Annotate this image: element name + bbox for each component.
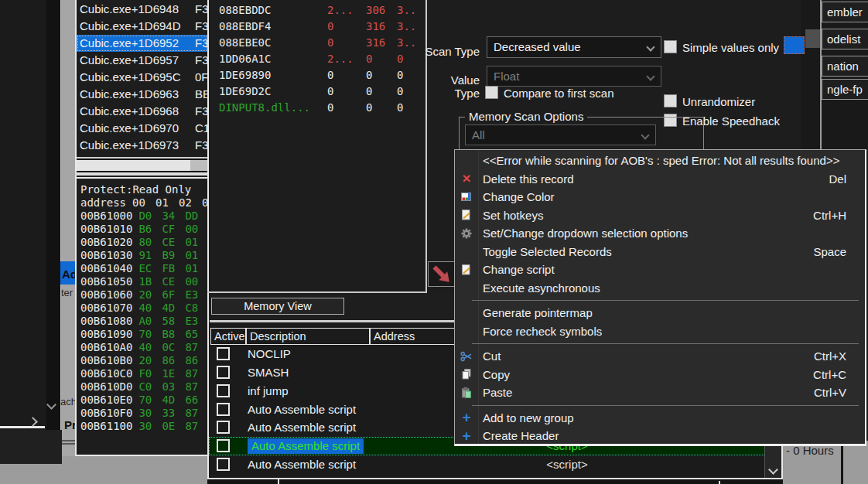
menu-item-dropdown-options[interactable]: Set/Change dropdown selection options	[455, 224, 865, 243]
menu-separator	[455, 340, 865, 347]
clipped-button-codelist[interactable]: odelist	[822, 29, 868, 49]
disassembly-row[interactable]: Cubic.exe+1D6963BE	[77, 86, 207, 103]
simple-values-checkbox[interactable]	[664, 40, 677, 53]
hex-row[interactable]: 00B6106020 6F E3 7	[80, 288, 209, 301]
unrandomizer-label: Unrandomizer	[682, 95, 755, 108]
clipped-label-ach: ach	[60, 396, 77, 407]
cheat-table-row[interactable]: Auto Assemble script<script>	[209, 455, 781, 474]
disassembly-row-selected[interactable]: Cubic.exe+1D6952F3	[77, 35, 207, 52]
compare-first-scan-checkbox[interactable]	[485, 86, 498, 99]
found-row[interactable]: 1DD06A1C2...00	[209, 51, 425, 67]
clipped-button-assembler[interactable]: embler	[822, 2, 868, 22]
found-row[interactable]: 1DE69D2C000	[209, 84, 425, 100]
menu-item-change-color[interactable]: Change Color	[455, 188, 865, 206]
hex-row[interactable]: 00B610D0C0 03 87 7	[80, 380, 209, 393]
disassembly-row[interactable]: Cubic.exe+1D6968F3	[77, 103, 207, 120]
chevron-down-icon	[646, 43, 654, 51]
paste-icon	[460, 387, 473, 399]
hex-row[interactable]: 00B61010B6 CF 00 1	[80, 223, 209, 235]
menu-item-execute-async[interactable]: Execute asynchronous	[455, 279, 865, 298]
menu-item-set-hotkeys[interactable]: Set hotkeys Ctrl+H	[455, 206, 865, 225]
edit-document-icon	[460, 209, 473, 221]
scan-type-dropdown[interactable]: Decreased value	[487, 36, 661, 58]
scissors-icon	[460, 350, 473, 363]
divider	[278, 479, 279, 484]
divider	[719, 481, 720, 484]
hex-row[interactable]: 00B610B020 86 86 7	[80, 354, 209, 366]
active-checkbox[interactable]	[217, 384, 230, 397]
hex-protect-line: Protect:Read Only	[80, 183, 191, 196]
hex-row[interactable]: 00B6109070 B8 65 7	[80, 328, 209, 340]
hex-row[interactable]: 00B61080A0 58 E3 7	[80, 315, 209, 327]
column-header-description[interactable]: Description	[246, 328, 370, 345]
disassembly-list: Cubic.exe+1D6948F3 Cubic.exe+1D694DF3 Cu…	[77, 0, 207, 157]
left-panel-bottom-border	[0, 426, 45, 428]
hex-row[interactable]: 00B61000D0 34 DD 7	[80, 210, 209, 222]
hex-header-line: address00 01 02 0	[80, 196, 208, 209]
hex-row[interactable]: 00B6103091 B9 01 1	[80, 249, 209, 261]
found-row[interactable]: 088EBE0C03163..	[209, 35, 425, 51]
active-checkbox[interactable]	[217, 439, 230, 452]
active-checkbox[interactable]	[217, 366, 230, 379]
clipped-button-single-fp[interactable]: ngle-fp	[822, 79, 868, 100]
gear-icon	[460, 227, 473, 240]
found-address-list: 088EBDDC2...3063.. 088EBDF403163.. 088EB…	[209, 0, 425, 291]
found-row[interactable]: 1DE69890000	[209, 67, 425, 84]
disassembly-row[interactable]: Cubic.exe+1D6973F3	[77, 137, 207, 154]
value-type-dropdown[interactable]: Float	[487, 66, 661, 87]
add-address-arrow-button[interactable]	[428, 261, 455, 287]
selected-item-fragment	[784, 36, 805, 54]
active-checkbox[interactable]	[217, 458, 230, 471]
menu-item-paste[interactable]: Paste Ctrl+V	[455, 383, 865, 402]
active-checkbox[interactable]	[217, 403, 230, 416]
active-checkbox[interactable]	[217, 421, 230, 434]
delete-icon: ×	[460, 172, 473, 185]
hex-row[interactable]: 00B610F030 33 87 7	[80, 407, 209, 419]
plus-icon: +	[460, 430, 473, 442]
disassembly-row[interactable]: Cubic.exe+1D6948F3	[77, 1, 207, 18]
menu-item-add-to-new-group[interactable]: + Add to new group	[455, 409, 865, 428]
hex-memory-view: Protect:Read Only address00 01 02 0 00B6…	[75, 177, 209, 456]
hex-row[interactable]: 00B6107040 4D C8 6	[80, 302, 209, 314]
disassembly-row[interactable]: Cubic.exe+1D694DF3	[77, 18, 207, 35]
hex-row[interactable]: 00B610501B CE 00 1	[80, 275, 209, 288]
horizontal-scrollbar[interactable]	[77, 160, 207, 171]
menu-item-create-header[interactable]: + Create Header	[455, 427, 865, 445]
clipped-button-nation[interactable]: nation	[822, 56, 868, 77]
found-row[interactable]: 088EBDDC2...3063..	[209, 2, 425, 19]
active-checkbox[interactable]	[217, 347, 230, 360]
menu-item-aob-error[interactable]: <<Error while scanning for AOB's : sped …	[455, 152, 865, 170]
hex-row[interactable]: 00B6110030 0E 87 7	[80, 420, 209, 432]
hex-row[interactable]: 00B6102080 CE 01 1	[80, 236, 209, 248]
menu-separator	[455, 402, 865, 409]
hex-row[interactable]: 00B61040EC FB 01 1	[80, 262, 209, 274]
found-row[interactable]: DINPUT8.dll...000	[209, 100, 425, 116]
panel-fragment	[805, 29, 822, 48]
hex-row[interactable]: 00B610E070 4D 66 7	[80, 394, 209, 406]
menu-item-force-recheck-symbols[interactable]: Force recheck symbols	[455, 322, 865, 341]
found-row[interactable]: 088EBDF403163..	[209, 19, 425, 35]
menu-item-generate-pointermap[interactable]: Generate pointermap	[455, 304, 865, 322]
unrandomizer-checkbox[interactable]	[664, 94, 677, 107]
menu-item-change-script[interactable]: Change script	[455, 261, 865, 279]
scroll-down-icon[interactable]	[768, 465, 778, 475]
disassembly-row[interactable]: Cubic.exe+1D695C0FF	[77, 69, 207, 86]
hex-row[interactable]: 00B610A040 0C 87 7	[80, 341, 209, 353]
disassembly-row[interactable]: Cubic.exe+1D6957F3	[77, 52, 207, 69]
chevron-down-icon	[646, 72, 654, 80]
chevron-down-icon	[641, 131, 649, 139]
value-type-label: Value Type	[424, 73, 480, 100]
menu-item-toggle-selected[interactable]: Toggle Selected Records Space	[455, 243, 865, 261]
menu-item-copy[interactable]: Copy Ctrl+C	[455, 366, 865, 384]
disassembly-row[interactable]: Cubic.exe+1D6970C1	[77, 120, 207, 137]
column-header-active[interactable]: Active	[210, 328, 246, 345]
menu-item-cut[interactable]: Cut Ctrl+X	[455, 347, 865, 366]
hex-row[interactable]: 00B610C0F0 1E 87 7	[80, 367, 209, 380]
red-arrow-icon	[429, 262, 454, 286]
cheat-engine-screen: Ad ter ach Pr Cubic.exe+1D6948F3 Cubic.e…	[0, 0, 868, 484]
memory-view-button[interactable]: Memory View	[211, 298, 344, 315]
memory-scan-options-dropdown[interactable]: All	[465, 124, 656, 145]
game-background-below-hex	[62, 456, 209, 465]
copy-icon	[460, 368, 473, 380]
menu-item-delete-record[interactable]: × Delete this record Del	[455, 170, 865, 189]
